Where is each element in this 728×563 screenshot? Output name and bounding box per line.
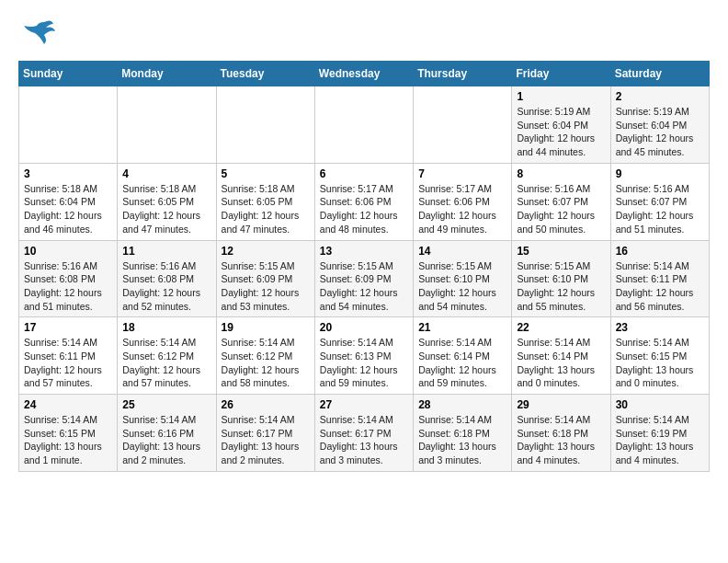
day-number: 14 (418, 245, 506, 258)
day-number: 9 (616, 167, 704, 180)
day-info: Sunrise: 5:14 AMSunset: 6:18 PMDaylight:… (418, 413, 506, 467)
day-number: 5 (222, 167, 310, 180)
day-info: Sunrise: 5:16 AMSunset: 6:07 PMDaylight:… (616, 182, 704, 236)
calendar-cell: 29Sunrise: 5:14 AMSunset: 6:18 PMDayligh… (512, 395, 610, 472)
calendar-cell: 15Sunrise: 5:15 AMSunset: 6:10 PMDayligh… (512, 240, 610, 317)
day-number: 20 (320, 321, 408, 334)
calendar-cell: 2Sunrise: 5:19 AMSunset: 6:04 PMDaylight… (610, 86, 709, 164)
calendar-cell: 23Sunrise: 5:14 AMSunset: 6:15 PMDayligh… (610, 317, 709, 395)
day-number: 8 (517, 167, 605, 180)
header-cell-thursday: Thursday (414, 62, 512, 86)
day-number: 13 (320, 245, 408, 258)
calendar-header: SundayMondayTuesdayWednesdayThursdayFrid… (19, 62, 710, 86)
calendar-cell: 5Sunrise: 5:18 AMSunset: 6:05 PMDaylight… (216, 163, 314, 240)
calendar-cell: 6Sunrise: 5:17 AMSunset: 6:06 PMDaylight… (314, 163, 413, 240)
calendar-cell (216, 86, 314, 164)
day-number: 6 (320, 167, 408, 180)
header-cell-tuesday: Tuesday (216, 62, 314, 86)
day-info: Sunrise: 5:16 AMSunset: 6:08 PMDaylight:… (122, 259, 210, 314)
calendar-cell: 18Sunrise: 5:14 AMSunset: 6:12 PMDayligh… (118, 317, 216, 395)
calendar-cell (118, 86, 216, 164)
calendar-cell: 7Sunrise: 5:17 AMSunset: 6:06 PMDaylight… (414, 163, 512, 240)
day-number: 12 (222, 245, 310, 258)
day-number: 2 (616, 90, 704, 103)
day-number: 17 (24, 321, 112, 334)
day-info: Sunrise: 5:14 AMSunset: 6:14 PMDaylight:… (418, 336, 506, 390)
calendar-cell: 28Sunrise: 5:14 AMSunset: 6:18 PMDayligh… (414, 395, 512, 472)
day-number: 15 (517, 245, 605, 258)
calendar-cell (314, 86, 413, 164)
day-number: 10 (24, 245, 112, 258)
calendar-table: SundayMondayTuesdayWednesdayThursdayFrid… (18, 61, 710, 472)
day-info: Sunrise: 5:18 AMSunset: 6:04 PMDaylight:… (24, 182, 112, 236)
day-info: Sunrise: 5:16 AMSunset: 6:08 PMDaylight:… (24, 259, 112, 314)
week-row-4: 17Sunrise: 5:14 AMSunset: 6:11 PMDayligh… (19, 317, 710, 395)
week-row-1: 1Sunrise: 5:19 AMSunset: 6:04 PMDaylight… (19, 86, 710, 164)
header-cell-sunday: Sunday (19, 62, 118, 86)
header-cell-monday: Monday (118, 62, 216, 86)
header-cell-wednesday: Wednesday (314, 62, 413, 86)
calendar-cell: 26Sunrise: 5:14 AMSunset: 6:17 PMDayligh… (216, 395, 314, 472)
week-row-3: 10Sunrise: 5:16 AMSunset: 6:08 PMDayligh… (19, 240, 710, 317)
day-info: Sunrise: 5:18 AMSunset: 6:05 PMDaylight:… (222, 182, 310, 236)
calendar-cell: 12Sunrise: 5:15 AMSunset: 6:09 PMDayligh… (216, 240, 314, 317)
day-info: Sunrise: 5:14 AMSunset: 6:12 PMDaylight:… (122, 336, 210, 390)
day-info: Sunrise: 5:14 AMSunset: 6:18 PMDaylight:… (517, 413, 605, 467)
calendar-cell (414, 86, 512, 164)
calendar-cell: 16Sunrise: 5:14 AMSunset: 6:11 PMDayligh… (610, 240, 709, 317)
calendar-cell: 24Sunrise: 5:14 AMSunset: 6:15 PMDayligh… (19, 395, 118, 472)
day-info: Sunrise: 5:15 AMSunset: 6:10 PMDaylight:… (418, 259, 506, 314)
day-info: Sunrise: 5:18 AMSunset: 6:05 PMDaylight:… (122, 182, 210, 236)
calendar-cell: 22Sunrise: 5:14 AMSunset: 6:14 PMDayligh… (512, 317, 610, 395)
calendar-cell (19, 86, 118, 164)
day-number: 25 (122, 398, 210, 411)
page: SundayMondayTuesdayWednesdayThursdayFrid… (0, 0, 728, 490)
day-info: Sunrise: 5:14 AMSunset: 6:16 PMDaylight:… (122, 413, 210, 467)
day-info: Sunrise: 5:14 AMSunset: 6:13 PMDaylight:… (320, 336, 408, 390)
calendar-cell: 19Sunrise: 5:14 AMSunset: 6:12 PMDayligh… (216, 317, 314, 395)
day-number: 24 (24, 398, 112, 411)
header-row: SundayMondayTuesdayWednesdayThursdayFrid… (19, 62, 710, 86)
day-info: Sunrise: 5:14 AMSunset: 6:19 PMDaylight:… (616, 413, 704, 467)
day-info: Sunrise: 5:17 AMSunset: 6:06 PMDaylight:… (320, 182, 408, 236)
calendar-cell: 30Sunrise: 5:14 AMSunset: 6:19 PMDayligh… (610, 395, 709, 472)
day-info: Sunrise: 5:14 AMSunset: 6:12 PMDaylight:… (222, 336, 310, 390)
calendar-cell: 1Sunrise: 5:19 AMSunset: 6:04 PMDaylight… (512, 86, 610, 164)
calendar-cell: 9Sunrise: 5:16 AMSunset: 6:07 PMDaylight… (610, 163, 709, 240)
day-number: 23 (616, 321, 704, 334)
calendar-cell: 4Sunrise: 5:18 AMSunset: 6:05 PMDaylight… (118, 163, 216, 240)
day-info: Sunrise: 5:14 AMSunset: 6:15 PMDaylight:… (24, 413, 112, 467)
calendar-cell: 21Sunrise: 5:14 AMSunset: 6:14 PMDayligh… (414, 317, 512, 395)
day-number: 28 (418, 398, 506, 411)
calendar-cell: 3Sunrise: 5:18 AMSunset: 6:04 PMDaylight… (19, 163, 118, 240)
calendar-body: 1Sunrise: 5:19 AMSunset: 6:04 PMDaylight… (19, 86, 710, 472)
day-info: Sunrise: 5:19 AMSunset: 6:04 PMDaylight:… (616, 105, 704, 159)
day-number: 30 (616, 398, 704, 411)
logo-icon (18, 15, 55, 52)
header (18, 15, 710, 52)
calendar-cell: 10Sunrise: 5:16 AMSunset: 6:08 PMDayligh… (19, 240, 118, 317)
day-number: 29 (517, 398, 605, 411)
logo (18, 15, 59, 52)
day-number: 4 (122, 167, 210, 180)
calendar-cell: 20Sunrise: 5:14 AMSunset: 6:13 PMDayligh… (314, 317, 413, 395)
day-info: Sunrise: 5:17 AMSunset: 6:06 PMDaylight:… (418, 182, 506, 236)
day-number: 18 (122, 321, 210, 334)
day-number: 3 (24, 167, 112, 180)
week-row-5: 24Sunrise: 5:14 AMSunset: 6:15 PMDayligh… (19, 395, 710, 472)
day-number: 11 (122, 245, 210, 258)
day-info: Sunrise: 5:14 AMSunset: 6:17 PMDaylight:… (320, 413, 408, 467)
day-info: Sunrise: 5:14 AMSunset: 6:14 PMDaylight:… (517, 336, 605, 390)
calendar-cell: 27Sunrise: 5:14 AMSunset: 6:17 PMDayligh… (314, 395, 413, 472)
calendar-cell: 11Sunrise: 5:16 AMSunset: 6:08 PMDayligh… (118, 240, 216, 317)
day-info: Sunrise: 5:19 AMSunset: 6:04 PMDaylight:… (517, 105, 605, 159)
day-number: 19 (222, 321, 310, 334)
day-info: Sunrise: 5:15 AMSunset: 6:09 PMDaylight:… (222, 259, 310, 314)
calendar-cell: 13Sunrise: 5:15 AMSunset: 6:09 PMDayligh… (314, 240, 413, 317)
day-info: Sunrise: 5:14 AMSunset: 6:17 PMDaylight:… (222, 413, 310, 467)
day-info: Sunrise: 5:14 AMSunset: 6:15 PMDaylight:… (616, 336, 704, 390)
day-info: Sunrise: 5:15 AMSunset: 6:10 PMDaylight:… (517, 259, 605, 314)
day-number: 7 (418, 167, 506, 180)
day-info: Sunrise: 5:14 AMSunset: 6:11 PMDaylight:… (24, 336, 112, 390)
week-row-2: 3Sunrise: 5:18 AMSunset: 6:04 PMDaylight… (19, 163, 710, 240)
